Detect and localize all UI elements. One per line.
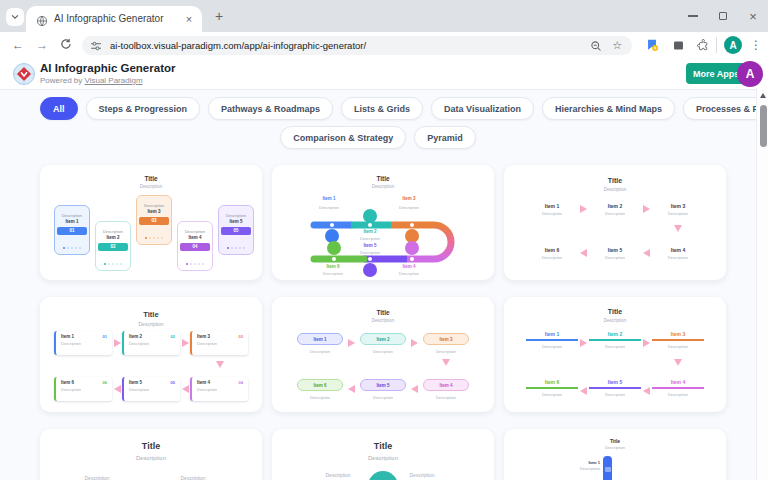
forward-button[interactable]: → [32,35,52,55]
arrow-left-icon [182,385,189,393]
template-card-clipped-center[interactable]: Title Description Description Descriptio… [272,429,494,480]
item-desc: Description [648,211,708,216]
roadmap-item-label: Item 5 [363,243,376,248]
snake-item: Item 1Description [522,203,582,216]
template-card-card-snake[interactable]: Title Description Item 101Description It… [40,297,262,412]
arrow-right-icon [182,339,189,347]
arrow-right-icon [114,339,121,347]
new-tab-button[interactable]: + [210,7,228,25]
station-number: 05 [221,227,251,235]
scrollbar-thumb[interactable] [760,105,767,147]
item-label: Item 1 [564,460,600,465]
page-scrollbar[interactable] [756,88,768,480]
station-label: Item 3 [137,209,171,214]
window-minimize-button[interactable] [681,4,705,28]
item-desc: Description [648,344,708,349]
visual-paradigm-link[interactable]: Visual Paradigm [84,76,142,85]
station-dots [219,247,253,250]
station-dots [55,247,89,250]
snake-item: Item 2Description [585,203,645,216]
template-card-pill-snake[interactable]: Title Description Item 1Description Item… [272,297,494,412]
template-card-underline-snake[interactable]: Title Description Item 1Description Item… [504,297,726,412]
station-label: Item 1 [55,219,89,224]
item-pill: Item 3 [423,333,469,345]
item-desc: Description [56,385,112,392]
snake-item: Item 6Description [522,379,582,397]
station-desc: Description [96,229,130,234]
card-description: Description [272,318,494,323]
dark-extension-icon[interactable] [668,35,688,55]
item-pill: Item 6 [297,379,343,391]
site-settings-icon[interactable] [90,40,102,52]
roadmap-item-label: Item 6 [326,264,339,269]
tab-search-chevron-button[interactable] [6,8,24,26]
zoom-out-icon[interactable] [590,40,602,52]
item-desc: Description [353,395,413,400]
snake-mini-card: Item 202Description [122,331,180,355]
template-card-clipped-left[interactable]: Title Description Description Descriptio… [40,429,262,480]
filter-lists-grids[interactable]: Lists & Grids [341,97,423,120]
filter-all[interactable]: All [40,97,78,120]
item-label: Item 4 [197,380,210,385]
card-description: Description [504,318,726,323]
station-desc: Description [137,203,171,208]
item-label: Item 1 [522,331,582,337]
item-desc: Description [124,385,180,392]
item-desc: Description [192,385,248,392]
template-card-clipped-right[interactable]: Title Description Item 1 Description [504,429,726,480]
station-label: Item 4 [178,235,212,240]
item-desc: Description [416,395,476,400]
extensions-puzzle-icon[interactable] [693,35,713,55]
template-card-zigzag-timeline[interactable]: Title Description Description Item 1 01 … [40,165,262,280]
filter-hierarchies-mind-maps[interactable]: Hierarchies & Mind Maps [542,97,675,120]
browser-menu-icon[interactable]: ⋮ [747,35,765,55]
snake-item: Item 4Description [648,379,708,397]
scroll-up-arrow-icon[interactable] [760,93,766,98]
arrow-left-icon [114,385,121,393]
snake-item: Item 2Description [353,333,413,354]
tab-close-icon[interactable]: × [182,12,196,26]
card-description: Description [40,455,262,461]
timeline-station: Description Item 2 02 [95,221,131,271]
filter-pyramid[interactable]: Pyramid [414,126,476,149]
tab-strip: AI Infographic Generator × + × [0,0,768,32]
snake-mini-card: Item 404Description [190,377,248,401]
browser-tab-active[interactable]: AI Infographic Generator × [26,6,202,32]
station-desc: Description [178,229,212,234]
filter-steps-progression[interactable]: Steps & Progression [86,97,201,120]
card-description: Description [40,321,262,327]
reload-icon [60,36,72,54]
filter-data-visualization[interactable]: Data Visualization [431,97,534,120]
card-description: Description [504,187,726,192]
bookmark-star-icon[interactable]: ☆ [612,39,622,52]
back-button[interactable]: ← [8,35,28,55]
snake-item: Item 1Description [522,331,582,349]
reload-button[interactable] [56,35,76,55]
card-description: Description [40,184,262,189]
arrow-down-icon [216,361,224,368]
window-maximize-button[interactable] [711,4,735,28]
snake-item: Item 5Description [353,379,413,400]
filter-pathways-roadmaps[interactable]: Pathways & Roadmaps [208,97,333,120]
item-label: Item 5 [129,380,142,385]
filter-comparison-strategy[interactable]: Comparison & Strategy [280,126,406,149]
station-dots [137,237,171,240]
template-card-u-turn-roadmap[interactable]: Title Description Item 1 Description Ite… [272,165,494,280]
station-number: 02 [98,243,128,251]
roadmap-item-desc: Description [399,271,419,276]
toolbar-divider [716,37,717,53]
item-pill: Item 1 [297,333,343,345]
item-desc: Description [564,466,600,471]
user-avatar[interactable]: A [737,61,763,87]
item-desc: Description [522,211,582,216]
browser-profile-avatar[interactable]: A [724,36,742,54]
card-title: Title [40,310,262,319]
window-close-button[interactable]: × [741,4,765,28]
bookmark-colored-extension-icon[interactable] [642,35,662,55]
timeline-station: Description Item 5 05 [218,205,254,255]
template-card-text-snake[interactable]: Title Description Item 1Description Item… [504,165,726,280]
card-title: Title [272,309,494,316]
url-bar[interactable]: ai-toolbox.visual-paradigm.com/app/ai-in… [82,36,632,55]
item-desc: Description [168,475,218,480]
item-desc: Description [522,344,582,349]
